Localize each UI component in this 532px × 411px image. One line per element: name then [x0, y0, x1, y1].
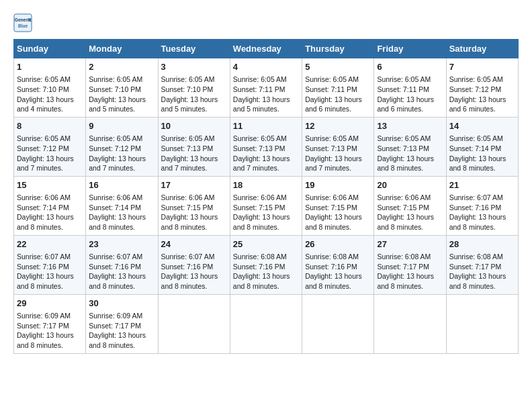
day-number: 7 [449, 61, 515, 73]
daylight-text: Daylight: 13 hours and 8 minutes. [17, 213, 74, 231]
day-number: 14 [449, 120, 515, 132]
daylight-text: Daylight: 13 hours and 8 minutes. [89, 213, 146, 231]
sunset-text: Sunset: 7:10 PM [17, 85, 69, 93]
sunrise-text: Sunrise: 6:06 AM [377, 193, 431, 201]
sunset-text: Sunset: 7:17 PM [449, 263, 502, 271]
calendar-cell [446, 294, 518, 353]
sunset-text: Sunset: 7:16 PM [449, 203, 502, 212]
daylight-text: Daylight: 13 hours and 6 minutes. [449, 95, 506, 113]
day-number: 5 [305, 61, 371, 73]
sunrise-text: Sunrise: 6:07 AM [449, 193, 503, 201]
col-header-wednesday: Wednesday [230, 40, 302, 58]
sunrise-text: Sunrise: 6:05 AM [17, 134, 71, 142]
calendar-cell: 15Sunrise: 6:06 AMSunset: 7:14 PMDayligh… [14, 176, 86, 235]
daylight-text: Daylight: 13 hours and 7 minutes. [89, 154, 146, 173]
sunrise-text: Sunrise: 6:09 AM [89, 312, 142, 320]
calendar-week-row-1: 1Sunrise: 6:05 AMSunset: 7:10 PMDaylight… [14, 58, 519, 118]
calendar-cell: 17Sunrise: 6:06 AMSunset: 7:15 PMDayligh… [158, 176, 230, 235]
sunrise-text: Sunrise: 6:07 AM [17, 253, 71, 261]
calendar-cell: 1Sunrise: 6:05 AMSunset: 7:10 PMDaylight… [14, 58, 86, 118]
calendar-cell: 9Sunrise: 6:05 AMSunset: 7:12 PMDaylight… [86, 117, 158, 176]
day-number: 6 [377, 61, 443, 73]
sunrise-text: Sunrise: 6:08 AM [233, 253, 287, 261]
day-number: 19 [305, 179, 371, 191]
sunset-text: Sunset: 7:12 PM [17, 144, 69, 152]
sunrise-text: Sunrise: 6:08 AM [377, 253, 431, 261]
sunset-text: Sunset: 7:14 PM [449, 144, 502, 152]
sunset-text: Sunset: 7:15 PM [377, 203, 429, 212]
day-number: 24 [161, 238, 227, 250]
calendar-cell: 24Sunrise: 6:07 AMSunset: 7:16 PMDayligh… [158, 235, 230, 294]
daylight-text: Daylight: 13 hours and 8 minutes. [233, 272, 290, 290]
calendar-cell: 12Sunrise: 6:05 AMSunset: 7:13 PMDayligh… [302, 117, 374, 176]
sunrise-text: Sunrise: 6:05 AM [377, 75, 431, 83]
calendar-week-row-3: 15Sunrise: 6:06 AMSunset: 7:14 PMDayligh… [14, 176, 519, 235]
col-header-monday: Monday [86, 40, 158, 58]
day-number: 11 [233, 120, 299, 132]
daylight-text: Daylight: 13 hours and 5 minutes. [161, 95, 218, 113]
sunrise-text: Sunrise: 6:05 AM [305, 75, 359, 83]
sunset-text: Sunset: 7:13 PM [377, 144, 429, 152]
daylight-text: Daylight: 13 hours and 7 minutes. [17, 154, 74, 173]
day-number: 3 [161, 61, 227, 73]
day-number: 21 [449, 179, 515, 191]
sunset-text: Sunset: 7:15 PM [305, 203, 357, 212]
sunset-text: Sunset: 7:16 PM [17, 263, 69, 271]
sunset-text: Sunset: 7:10 PM [161, 85, 214, 93]
sunset-text: Sunset: 7:11 PM [305, 85, 357, 93]
calendar-cell: 16Sunrise: 6:06 AMSunset: 7:14 PMDayligh… [86, 176, 158, 235]
sunrise-text: Sunrise: 6:06 AM [305, 193, 359, 201]
sunrise-text: Sunrise: 6:05 AM [377, 134, 431, 142]
day-number: 9 [89, 120, 154, 132]
sunset-text: Sunset: 7:17 PM [17, 322, 69, 330]
svg-text:Blue: Blue [18, 24, 28, 28]
daylight-text: Daylight: 13 hours and 8 minutes. [89, 272, 146, 290]
calendar-cell [374, 294, 446, 353]
daylight-text: Daylight: 13 hours and 6 minutes. [305, 95, 362, 113]
col-header-sunday: Sunday [14, 40, 86, 58]
daylight-text: Daylight: 13 hours and 8 minutes. [89, 331, 146, 349]
calendar-cell: 20Sunrise: 6:06 AMSunset: 7:15 PMDayligh… [374, 176, 446, 235]
calendar-cell: 3Sunrise: 6:05 AMSunset: 7:10 PMDaylight… [158, 58, 230, 118]
day-number: 23 [89, 238, 154, 250]
sunrise-text: Sunrise: 6:05 AM [305, 134, 359, 142]
sunrise-text: Sunrise: 6:06 AM [89, 193, 142, 201]
sunrise-text: Sunrise: 6:05 AM [89, 75, 142, 83]
day-number: 18 [233, 179, 299, 191]
calendar-cell: 5Sunrise: 6:05 AMSunset: 7:11 PMDaylight… [302, 58, 374, 118]
day-number: 4 [233, 61, 299, 73]
day-number: 13 [377, 120, 443, 132]
sunrise-text: Sunrise: 6:08 AM [449, 253, 503, 261]
calendar-cell: 13Sunrise: 6:05 AMSunset: 7:13 PMDayligh… [374, 117, 446, 176]
calendar-cell: 11Sunrise: 6:05 AMSunset: 7:13 PMDayligh… [230, 117, 302, 176]
sunrise-text: Sunrise: 6:07 AM [161, 253, 215, 261]
col-header-friday: Friday [374, 40, 446, 58]
calendar-cell: 21Sunrise: 6:07 AMSunset: 7:16 PMDayligh… [446, 176, 518, 235]
daylight-text: Daylight: 13 hours and 8 minutes. [17, 272, 74, 290]
sunrise-text: Sunrise: 6:05 AM [449, 134, 503, 142]
col-header-thursday: Thursday [302, 40, 374, 58]
daylight-text: Daylight: 13 hours and 5 minutes. [89, 95, 146, 113]
calendar-cell: 29Sunrise: 6:09 AMSunset: 7:17 PMDayligh… [14, 294, 86, 353]
col-header-tuesday: Tuesday [158, 40, 230, 58]
sunrise-text: Sunrise: 6:08 AM [305, 253, 359, 261]
calendar-cell: 10Sunrise: 6:05 AMSunset: 7:13 PMDayligh… [158, 117, 230, 176]
sunset-text: Sunset: 7:13 PM [233, 144, 285, 152]
header: General Blue [13, 13, 519, 32]
calendar-cell: 30Sunrise: 6:09 AMSunset: 7:17 PMDayligh… [86, 294, 158, 353]
logo-icon: General Blue [13, 13, 32, 32]
daylight-text: Daylight: 13 hours and 8 minutes. [377, 272, 434, 290]
daylight-text: Daylight: 13 hours and 4 minutes. [17, 95, 74, 113]
calendar-cell: 26Sunrise: 6:08 AMSunset: 7:16 PMDayligh… [302, 235, 374, 294]
day-number: 30 [89, 298, 154, 310]
day-number: 12 [305, 120, 371, 132]
daylight-text: Daylight: 13 hours and 8 minutes. [449, 272, 506, 290]
daylight-text: Daylight: 13 hours and 8 minutes. [377, 154, 434, 173]
day-number: 16 [89, 179, 154, 191]
daylight-text: Daylight: 13 hours and 8 minutes. [449, 213, 506, 231]
daylight-text: Daylight: 13 hours and 8 minutes. [233, 213, 290, 231]
day-number: 25 [233, 238, 299, 250]
sunset-text: Sunset: 7:14 PM [17, 203, 69, 212]
daylight-text: Daylight: 13 hours and 8 minutes. [305, 213, 362, 231]
daylight-text: Daylight: 13 hours and 8 minutes. [161, 213, 218, 231]
